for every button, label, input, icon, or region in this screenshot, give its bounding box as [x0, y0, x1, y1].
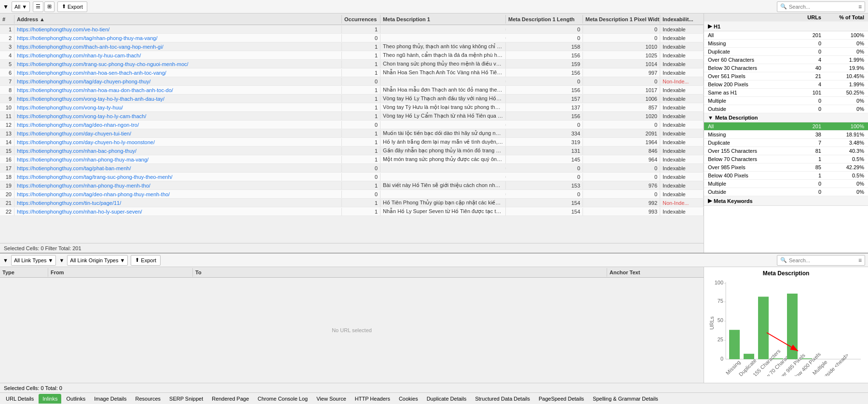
table-row[interactable]: 2 https://hotienphongthuy.com/tag/nhan-p… — [0, 34, 704, 42]
col-meta1-pixels[interactable]: Meta Description 1 Pixel Width — [583, 15, 660, 24]
table-row[interactable]: 11 https://hotienphongthuy.com/vong-tay-… — [0, 112, 704, 121]
meta-desc-section-header[interactable]: ▼ Meta Description — [704, 113, 868, 122]
table-row[interactable]: 12 https://hotienphongthuy.com/tag/deo-n… — [0, 121, 704, 129]
h1-row[interactable]: Over 60 Characters 4 1.99% — [704, 56, 868, 64]
link-types-filter[interactable]: All Link Types ▼ — [11, 255, 56, 266]
view-list-button[interactable]: ☰ — [33, 1, 43, 12]
col-indexability[interactable]: Indexabilit... — [660, 15, 704, 24]
table-row[interactable]: 21 https://hotienphongthuy.com/tin-tuc/p… — [0, 199, 704, 207]
footer-tab-serp-snippet[interactable]: SERP Snippet — [165, 394, 207, 404]
bottom-panel: ▼ All Link Types ▼ ▼ All Link Origin Typ… — [0, 253, 868, 392]
h1-section-header[interactable]: ▶ H1 — [704, 22, 868, 31]
footer-tab-view-source[interactable]: View Source — [312, 394, 350, 404]
footer-tab-rendered-page[interactable]: Rendered Page — [208, 394, 253, 404]
meta-row[interactable]: All 201 100% — [704, 122, 868, 131]
meta-row[interactable]: Outside 0 0% — [704, 188, 868, 196]
meta-row[interactable]: Multiple 0 0% — [704, 180, 868, 188]
filter-options-icon[interactable]: ≡ — [858, 3, 862, 10]
footer-tab-pagespeed-details[interactable]: PageSpeed Details — [535, 394, 588, 404]
link-types-arrow: ▼ — [48, 257, 54, 263]
meta-desc-label: Meta Description — [715, 115, 758, 121]
h1-row[interactable]: Same as H1 101 50.25% — [704, 89, 868, 97]
col-meta1-length[interactable]: Meta Description 1 Length — [506, 15, 583, 24]
table-row[interactable]: 17 https://hotienphongthuy.com/tag/phat-… — [0, 164, 704, 173]
chart-container: 100 75 50 25 0 URLs Missing — [704, 278, 868, 383]
h1-row[interactable]: Missing 0 0% — [704, 40, 868, 48]
search-input-top[interactable] — [789, 4, 856, 10]
table-row[interactable]: 3 https://hotienphongthuy.com/thach-anh-… — [0, 42, 704, 51]
footer-tab-resources[interactable]: Resources — [131, 394, 164, 404]
meta-row[interactable]: Below 70 Characters 1 0.5% — [704, 155, 868, 163]
table-row[interactable]: 9 https://hotienphongthuy.com/vong-tay-h… — [0, 94, 704, 103]
bottom-search-input[interactable] — [789, 257, 856, 263]
top-toolbar: ▼ All ▼ ☰ ⊞ ⬆ Export 🔍 ≡ — [0, 0, 868, 13]
footer-tab-structured-data-details[interactable]: Structured Data Details — [471, 394, 534, 404]
export-button[interactable]: ⬆ Export — [57, 1, 87, 12]
col-from[interactable]: From — [48, 268, 193, 277]
h1-row[interactable]: Outside 0 0% — [704, 105, 868, 113]
h1-row[interactable]: All 201 100% — [704, 31, 868, 40]
h1-row[interactable]: Over 561 Pixels 21 10.45% — [704, 72, 868, 81]
table-row[interactable]: 14 https://hotienphongthuy.com/day-chuye… — [0, 138, 704, 147]
h1-row[interactable]: Duplicate 0 0% — [704, 48, 868, 56]
footer-tab-spelling-&-grammar-details[interactable]: Spelling & Grammar Details — [589, 394, 662, 404]
meta-row[interactable]: Duplicate 7 3.48% — [704, 139, 868, 147]
svg-text:100: 100 — [715, 280, 723, 285]
h1-row[interactable]: Below 30 Characters 40 19.9% — [704, 64, 868, 72]
footer-tab-cookies[interactable]: Cookies — [395, 394, 422, 404]
table-row[interactable]: 8 https://hotienphongthuy.com/nhan-hoa-m… — [0, 86, 704, 94]
link-origin-arrow: ▼ — [120, 257, 125, 263]
search-box-top: 🔍 ≡ — [777, 1, 865, 12]
col-meta1[interactable]: Meta Description 1 — [380, 15, 506, 24]
table-row[interactable]: 1 https://hotienphongthuy.com/ve-ho-tien… — [0, 25, 704, 34]
table-row[interactable]: 18 https://hotienphongthuy.com/tag/trang… — [0, 173, 704, 181]
bottom-filter-options-icon[interactable]: ≡ — [858, 257, 862, 264]
table-row[interactable]: 20 https://hotienphongthuy.com/tag/deo-n… — [0, 190, 704, 199]
view-grid-button[interactable]: ⊞ — [44, 1, 54, 12]
table-row[interactable]: 15 https://hotienphongthuy.com/nhan-bac-… — [0, 147, 704, 155]
footer-tab-duplicate-details[interactable]: Duplicate Details — [423, 394, 471, 404]
meta-kw-label: Meta Keywords — [714, 198, 753, 204]
table-row[interactable]: 6 https://hotienphongthuy.com/nhan-hoa-s… — [0, 68, 704, 77]
footer-tab-url-details[interactable]: URL Details — [2, 394, 38, 404]
meta-row[interactable]: Below 400 Pixels 1 0.5% — [704, 172, 868, 180]
col-address[interactable]: Address ▲ — [14, 15, 342, 24]
meta-row[interactable]: Missing 38 18.91% — [704, 131, 868, 139]
h1-label: H1 — [714, 24, 720, 29]
footer-tab-chrome-console-log[interactable]: Chrome Console Log — [254, 394, 312, 404]
meta-row[interactable]: Over 155 Characters 81 40.3% — [704, 147, 868, 155]
col-anchor[interactable]: Anchor Text — [607, 268, 704, 277]
bar-missing — [729, 330, 740, 359]
rp-urls-header: URLs % of Total — [704, 13, 868, 22]
left-panel: # Address ▲ Occurrences Meta Description… — [0, 13, 704, 253]
table-row[interactable]: 19 https://hotienphongthuy.com/nhan-phon… — [0, 181, 704, 190]
table-row[interactable]: 22 https://hotienphongthuy.com/nhan-ho-l… — [0, 207, 704, 216]
col-occurrences[interactable]: Occurrences — [342, 15, 380, 24]
footer-tab-image-details[interactable]: Image Details — [90, 394, 130, 404]
table-row[interactable]: 4 https://hotienphongthuy.com/nhan-ty-hu… — [0, 51, 704, 60]
h1-row[interactable]: Multiple 0 0% — [704, 97, 868, 105]
table-row[interactable]: 5 https://hotienphongthuy.com/trang-suc-… — [0, 60, 704, 68]
table-row[interactable]: 16 https://hotienphongthuy.com/nhan-phon… — [0, 155, 704, 164]
bottom-export-label: Export — [141, 257, 156, 263]
table-row[interactable]: 7 https://hotienphongthuy.com/tag/day-ch… — [0, 77, 704, 86]
bottom-export-button[interactable]: ⬆ Export — [131, 255, 161, 266]
top-status-bar: Selected Cells: 0 Filter Total: 201 — [0, 243, 704, 253]
link-types-label: All Link Types — [14, 257, 47, 263]
footer-tab-http-headers[interactable]: HTTP Headers — [351, 394, 394, 404]
meta-kw-section-header[interactable]: ▶ Meta Keywords — [704, 196, 868, 206]
footer-tab-inlinks[interactable]: Inlinks — [39, 394, 61, 404]
all-filter-select[interactable]: All ▼ — [12, 1, 30, 12]
link-origin-filter[interactable]: All Link Origin Types ▼ — [67, 255, 128, 266]
table-body: 1 https://hotienphongthuy.com/ve-ho-tien… — [0, 25, 704, 243]
meta-desc-triangle: ▼ — [708, 115, 713, 121]
table-row[interactable]: 10 https://hotienphongthuy.com/vong-tay-… — [0, 103, 704, 112]
h1-triangle: ▶ — [708, 23, 712, 29]
bar-over155 — [758, 296, 769, 359]
table-row[interactable]: 13 https://hotienphongthuy.com/day-chuye… — [0, 129, 704, 138]
col-type[interactable]: Type — [0, 268, 48, 277]
col-to[interactable]: To — [193, 268, 607, 277]
h1-row[interactable]: Below 200 Pixels 4 1.99% — [704, 81, 868, 89]
meta-row[interactable]: Over 985 Pixels 85 42.29% — [704, 163, 868, 172]
footer-tab-outlinks[interactable]: Outlinks — [62, 394, 89, 404]
